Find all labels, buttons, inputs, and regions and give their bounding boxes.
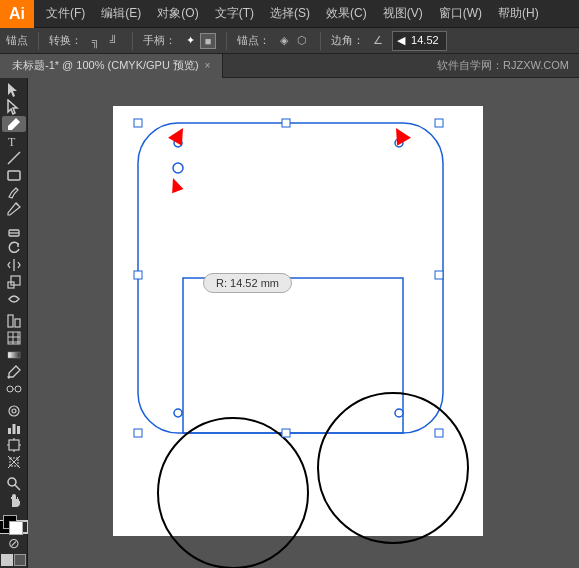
menu-bar: Ai 文件(F) 编辑(E) 对象(O) 文字(T) 选择(S) 效果(C) 视… bbox=[0, 0, 579, 28]
svg-point-20 bbox=[15, 386, 21, 392]
menu-window[interactable]: 窗口(W) bbox=[431, 0, 490, 27]
transform-label: 转换： bbox=[49, 33, 82, 48]
tool-eraser[interactable] bbox=[2, 223, 26, 239]
toolbar-separator-4 bbox=[320, 32, 321, 50]
handle-icons: ✦ ■ bbox=[182, 33, 216, 49]
site-info: 软件自学网：RJZXW.COM bbox=[437, 58, 579, 73]
tools-panel: T bbox=[0, 78, 28, 568]
tool-pencil[interactable] bbox=[2, 201, 26, 217]
tool-line[interactable] bbox=[2, 150, 26, 166]
mode-icons bbox=[1, 554, 26, 566]
main-area: T bbox=[0, 78, 579, 568]
svg-rect-35 bbox=[113, 106, 483, 536]
svg-line-5 bbox=[16, 203, 18, 205]
svg-rect-12 bbox=[15, 319, 20, 327]
tool-column-graph[interactable] bbox=[2, 420, 26, 436]
svg-rect-18 bbox=[8, 352, 20, 358]
menu-help[interactable]: 帮助(H) bbox=[490, 0, 547, 27]
anchor-label: 锚点 bbox=[6, 33, 28, 48]
tool-hand[interactable] bbox=[2, 493, 26, 509]
tool-paintbrush[interactable] bbox=[2, 184, 26, 200]
behind-mode[interactable] bbox=[14, 554, 26, 566]
tool-artboard[interactable] bbox=[2, 437, 26, 453]
handle-label: 手柄： bbox=[143, 33, 176, 48]
svg-point-33 bbox=[8, 478, 16, 486]
svg-point-51 bbox=[395, 409, 403, 417]
svg-text:T: T bbox=[8, 135, 16, 149]
radius-tooltip: R: 14.52 mm bbox=[203, 273, 292, 293]
options-bar: 锚点 转换： ╗ ╝ 手柄： ✦ ■ 锚点： ◈ ⬡ 边角： ∠ bbox=[0, 28, 579, 54]
svg-rect-46 bbox=[282, 119, 290, 127]
tool-graph[interactable] bbox=[2, 313, 26, 329]
toolbar-separator-3 bbox=[226, 32, 227, 50]
menu-items-container: 文件(F) 编辑(E) 对象(O) 文字(T) 选择(S) 效果(C) 视图(V… bbox=[34, 0, 547, 27]
svg-rect-42 bbox=[134, 429, 142, 437]
tool-slice[interactable] bbox=[2, 454, 26, 470]
tool-pen[interactable] bbox=[2, 116, 26, 132]
anchor2-icon-2[interactable]: ⬡ bbox=[294, 33, 310, 49]
normal-mode[interactable] bbox=[1, 554, 13, 566]
radius-tooltip-text: R: 14.52 mm bbox=[216, 277, 279, 289]
corner-icon-1[interactable]: ╗ bbox=[88, 33, 104, 49]
anchor2-icons: ◈ ⬡ bbox=[276, 33, 310, 49]
svg-rect-44 bbox=[134, 271, 142, 279]
tool-symbol[interactable] bbox=[2, 403, 26, 419]
svg-marker-0 bbox=[8, 83, 17, 97]
tool-eyedropper[interactable] bbox=[2, 364, 26, 380]
svg-point-19 bbox=[7, 386, 13, 392]
edge-label: 边角： bbox=[331, 33, 364, 48]
tool-grid[interactable] bbox=[2, 330, 26, 346]
tab-bar: 未标题-1* @ 100% (CMYK/GPU 预览) × 软件自学网：RJZX… bbox=[0, 54, 579, 78]
tool-scale[interactable] bbox=[2, 274, 26, 290]
document-tab[interactable]: 未标题-1* @ 100% (CMYK/GPU 预览) × bbox=[0, 54, 223, 78]
tool-rectangle[interactable] bbox=[2, 167, 26, 183]
handle-icon-2[interactable]: ■ bbox=[200, 33, 216, 49]
edge-icon[interactable]: ∠ bbox=[370, 33, 386, 49]
canvas-area: R: 14.52 mm bbox=[28, 78, 579, 568]
svg-line-34 bbox=[15, 485, 20, 490]
transform-icons: ╗ ╝ bbox=[88, 33, 122, 49]
tool-blend[interactable] bbox=[2, 381, 26, 397]
tool-gradient[interactable] bbox=[2, 347, 26, 363]
toolbar-separator-1 bbox=[38, 32, 39, 50]
tool-zoom[interactable] bbox=[2, 476, 26, 492]
svg-rect-40 bbox=[134, 119, 142, 127]
svg-rect-11 bbox=[8, 315, 13, 327]
menu-select[interactable]: 选择(S) bbox=[262, 0, 318, 27]
tool-reflect[interactable] bbox=[2, 257, 26, 273]
svg-rect-10 bbox=[11, 276, 20, 285]
toolbar-separator-2 bbox=[132, 32, 133, 50]
radius-input[interactable] bbox=[392, 31, 447, 51]
stroke-color[interactable] bbox=[9, 521, 23, 535]
svg-rect-27 bbox=[9, 440, 19, 450]
tool-direct-select[interactable] bbox=[2, 99, 26, 115]
svg-rect-41 bbox=[435, 119, 443, 127]
tab-title: 未标题-1* @ 100% (CMYK/GPU 预览) bbox=[12, 58, 199, 73]
menu-effect[interactable]: 效果(C) bbox=[318, 0, 375, 27]
canvas-svg bbox=[28, 78, 579, 568]
menu-type[interactable]: 文字(T) bbox=[207, 0, 262, 27]
svg-point-50 bbox=[174, 409, 182, 417]
menu-object[interactable]: 对象(O) bbox=[149, 0, 206, 27]
svg-rect-4 bbox=[8, 171, 20, 180]
corner-icon-2[interactable]: ╝ bbox=[106, 33, 122, 49]
anchor2-icon-1[interactable]: ◈ bbox=[276, 33, 292, 49]
svg-point-23 bbox=[12, 409, 16, 413]
svg-rect-47 bbox=[282, 429, 290, 437]
tool-select-arrow[interactable] bbox=[2, 82, 26, 98]
menu-view[interactable]: 视图(V) bbox=[375, 0, 431, 27]
svg-rect-43 bbox=[435, 429, 443, 437]
tool-none[interactable]: ⊘ bbox=[2, 535, 26, 551]
menu-edit[interactable]: 编辑(E) bbox=[93, 0, 149, 27]
menu-file[interactable]: 文件(F) bbox=[38, 0, 93, 27]
anchor2-label: 锚点： bbox=[237, 33, 270, 48]
app-logo: Ai bbox=[0, 0, 34, 28]
tool-type[interactable]: T bbox=[2, 133, 26, 149]
svg-point-22 bbox=[9, 406, 19, 416]
tool-rotate[interactable] bbox=[2, 240, 26, 256]
svg-rect-24 bbox=[8, 428, 11, 434]
tab-close-button[interactable]: × bbox=[205, 60, 211, 71]
handle-icon-1[interactable]: ✦ bbox=[182, 33, 198, 49]
tool-warp[interactable] bbox=[2, 291, 26, 307]
svg-rect-45 bbox=[435, 271, 443, 279]
